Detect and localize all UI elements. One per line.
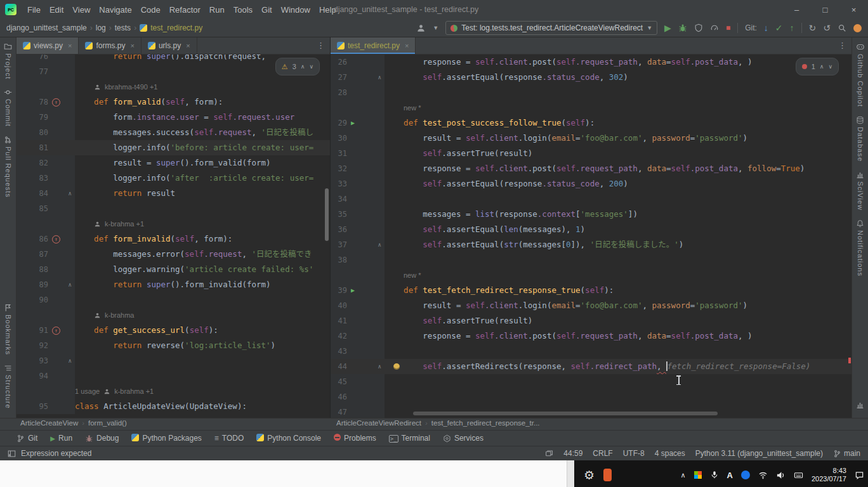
override-marker-icon[interactable]: ↑ <box>52 327 60 335</box>
prev-problem-icon[interactable]: ∧ <box>301 59 305 74</box>
tool-window-button-debug[interactable]: Debug <box>79 431 125 446</box>
code-vision-annotation[interactable]: k-brahma +1 <box>75 216 330 231</box>
tool-stripe-bookmarks[interactable]: Bookmarks <box>4 304 12 355</box>
fold-marker-icon[interactable]: ∧ <box>69 186 72 201</box>
notification-center-icon[interactable] <box>855 471 864 480</box>
inspections-widget[interactable]: ⚠ 3 ∧ ∨ <box>275 58 320 75</box>
stripe-bottom-icon[interactable] <box>856 401 864 409</box>
run-test-icon[interactable]: ▶ <box>351 115 355 131</box>
fold-marker-icon[interactable]: ∧ <box>378 237 381 252</box>
menu-help[interactable]: Help <box>315 5 341 15</box>
code-editor-views[interactable]: 76 return super().dispatch(request, 77kb… <box>16 55 330 418</box>
status-widget-icon[interactable] <box>545 450 553 458</box>
tool-stripe-notifications[interactable]: Notifications <box>856 219 864 276</box>
breadcrumb-item[interactable]: form_valid() <box>88 419 127 427</box>
override-marker-icon[interactable]: ↑ <box>52 98 60 107</box>
tool-stripe-sciview[interactable]: SciView <box>856 171 864 211</box>
fold-marker-icon[interactable]: ∧ <box>69 277 72 292</box>
grid-app-icon[interactable] <box>694 471 702 479</box>
tab-options-icon[interactable]: ⋮ <box>317 41 325 50</box>
tool-window-button-git[interactable]: Git <box>10 431 44 446</box>
next-problem-icon[interactable]: ∨ <box>309 59 313 74</box>
next-problem-icon[interactable]: ∨ <box>828 59 832 74</box>
collaboration-dropdown-icon[interactable]: ▼ <box>433 25 438 31</box>
tab-views-py[interactable]: views.py× <box>16 37 79 54</box>
notification-dot-icon[interactable] <box>853 24 862 32</box>
caret-position[interactable]: 44:59 <box>563 449 582 458</box>
close-tab-icon[interactable]: × <box>68 42 72 49</box>
inspections-widget[interactable]: 1 ∧ ∨ <box>796 58 839 75</box>
run-button[interactable]: ▶ <box>664 23 671 32</box>
git-branch[interactable]: main <box>833 449 860 458</box>
code-vision-annotation[interactable]: new * <box>385 100 852 115</box>
python-interpreter[interactable]: Python 3.11 (django_unittest_sample) <box>695 449 823 458</box>
collaboration-icon[interactable] <box>416 23 426 33</box>
code-vision-annotation[interactable]: new * <box>385 268 852 283</box>
tool-stripe-structure[interactable]: Structure <box>4 364 12 409</box>
settings-app-icon[interactable]: ⚙ <box>584 468 595 483</box>
coverage-button[interactable] <box>694 23 703 32</box>
breadcrumb-item[interactable]: test_fetch_redirect_response_tr... <box>431 419 540 427</box>
tool-stripe-commit[interactable]: Commit <box>4 88 12 127</box>
prev-problem-icon[interactable]: ∧ <box>820 59 824 74</box>
tool-window-button-terminal[interactable]: >_Terminal <box>383 431 437 446</box>
tool-stripe-database[interactable]: Database <box>856 116 864 162</box>
code-editor-test-redirect[interactable]: 26 response = self.client.post(self.requ… <box>331 55 852 418</box>
ime-mode-indicator[interactable]: A <box>727 471 733 480</box>
menu-refactor[interactable]: Refactor <box>165 5 205 15</box>
menu-run[interactable]: Run <box>205 5 229 15</box>
hidden-icons-chevron-icon[interactable]: ∧ <box>680 471 685 479</box>
horizontal-scrollbar[interactable] <box>413 412 718 415</box>
breadcrumb-item[interactable]: ArticleCreateViewRedirect <box>336 419 421 427</box>
usages-hint[interactable]: 1 usage <box>75 384 100 399</box>
breadcrumb-item[interactable]: ArticleCreateView <box>20 419 78 427</box>
search-everywhere-icon[interactable] <box>838 23 846 32</box>
menu-window[interactable]: Window <box>277 5 315 15</box>
intention-bulb-icon[interactable] <box>393 363 400 370</box>
code-vision-annotation[interactable]: k-brahma <box>75 308 330 323</box>
menu-code[interactable]: Code <box>136 5 165 15</box>
line-ending[interactable]: CRLF <box>593 449 612 458</box>
tab-forms-py[interactable]: forms.py× <box>79 37 141 54</box>
fold-marker-icon[interactable]: ∧ <box>378 70 381 85</box>
status-message[interactable]: Expression expected <box>21 449 91 458</box>
tool-stripe-project[interactable]: Project <box>4 42 12 79</box>
tool-window-button-run[interactable]: ▶Run <box>44 431 79 446</box>
menu-edit[interactable]: Edit <box>45 5 68 15</box>
tool-window-switcher-icon[interactable] <box>8 450 16 458</box>
override-marker-icon[interactable]: ↑ <box>52 235 60 244</box>
nav-crumb-django-unittest-sample[interactable]: django_unittest_sample <box>6 23 87 32</box>
close-tab-icon[interactable]: × <box>186 42 190 49</box>
tray-app-icon[interactable] <box>741 471 750 479</box>
menu-navigate[interactable]: Navigate <box>95 5 136 15</box>
run-test-icon[interactable]: ▶ <box>351 283 355 298</box>
debug-button[interactable] <box>678 23 687 32</box>
nav-crumb-test-redirect-py[interactable]: test_redirect.py <box>150 23 202 32</box>
microphone-icon[interactable] <box>710 471 719 479</box>
vertical-scrollbar[interactable] <box>325 188 329 241</box>
taskbar-clock[interactable]: 8:43 2023/07/17 <box>812 467 846 483</box>
update-project-icon[interactable]: ↓ <box>764 23 768 32</box>
rollback-icon[interactable]: ↺ <box>823 23 831 32</box>
menu-file[interactable]: File <box>23 5 45 15</box>
tool-stripe-github-copilot[interactable]: Github Copilot <box>856 42 865 107</box>
tab-test-redirect-py[interactable]: test_redirect.py× <box>331 37 416 54</box>
fold-marker-icon[interactable]: ∧ <box>69 353 72 368</box>
close-button[interactable]: × <box>839 0 868 19</box>
menu-view[interactable]: View <box>68 5 95 15</box>
indent-style[interactable]: 4 spaces <box>655 449 685 458</box>
tool-stripe-pull-requests[interactable]: Pull Requests <box>4 136 12 198</box>
wifi-icon[interactable] <box>758 471 768 480</box>
touch-keyboard-icon[interactable] <box>794 471 803 480</box>
close-tab-icon[interactable]: × <box>405 42 409 49</box>
nav-crumb-log[interactable]: log <box>96 23 106 32</box>
tool-window-button-python-console[interactable]: Python Console <box>250 431 327 446</box>
tab-options-icon[interactable]: ⋮ <box>838 41 846 50</box>
background-window[interactable] <box>0 460 574 487</box>
menu-tools[interactable]: Tools <box>229 5 257 15</box>
minimize-button[interactable]: – <box>782 0 811 19</box>
taskbar-app-icon[interactable] <box>603 469 612 481</box>
stop-button[interactable]: ■ <box>726 24 730 32</box>
run-configuration-select[interactable]: Test: log.tests.test_redirect.ArticleCre… <box>445 21 657 35</box>
tool-window-button-problems[interactable]: Problems <box>327 431 383 446</box>
